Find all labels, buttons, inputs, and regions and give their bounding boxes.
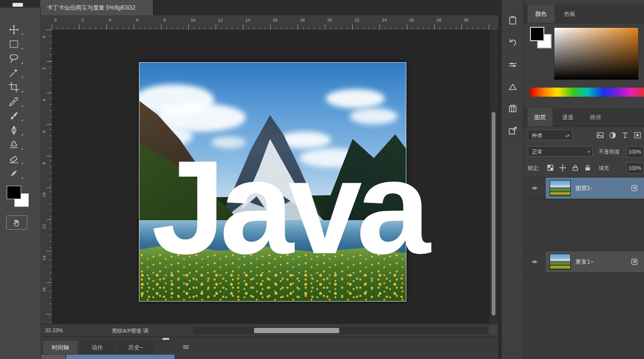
quick-action-button[interactable] <box>502 32 524 54</box>
opacity-label: 不透明度 <box>598 148 620 156</box>
lock-position-icon[interactable] <box>571 163 580 172</box>
layer-visibility-cell[interactable] <box>524 178 546 199</box>
tool-list <box>0 24 40 179</box>
layer-badge-icon[interactable] <box>630 184 639 192</box>
quick-action-button[interactable] <box>502 76 524 98</box>
kind-filter-select[interactable]: 种类 ▴▾ <box>528 130 573 140</box>
layer-row[interactable]: 重复1~ <box>524 251 644 273</box>
layers-list: 图层1-重复1~ <box>524 177 644 359</box>
tab-timeline[interactable]: 时间轴 <box>43 341 78 354</box>
eye-icon[interactable] <box>530 258 540 265</box>
ruler-number: 6 <box>136 18 138 22</box>
ruler-number: 12 <box>42 223 46 230</box>
panel-collapse-handle[interactable] <box>162 338 169 340</box>
tab-paths[interactable]: 路径 <box>583 108 608 126</box>
tab-actions[interactable]: 动作 <box>80 341 114 354</box>
tool-palette <box>0 8 41 359</box>
blend-opacity-row: 正常 ▾ 不透明度 100% <box>524 145 644 159</box>
canvas-viewport[interactable]: Java <box>52 30 490 324</box>
ruler-number: 14 <box>245 18 250 22</box>
blend-mode-select[interactable]: 正常 ▾ <box>528 146 593 157</box>
fill-label: 填充 <box>598 165 609 172</box>
ruler-number: 2 <box>81 18 84 22</box>
tab-swatches[interactable]: 色板 <box>556 5 583 23</box>
foreground-color-swatch[interactable] <box>7 186 21 199</box>
vertical-scrollbar[interactable] <box>490 30 497 324</box>
right-panel: 颜色色板 图层通道路径 种类 ▴▾ 正常 ▾ 不透明度 100% 锁定: 填充 … <box>523 0 644 359</box>
tab-channels[interactable]: 通道 <box>555 108 580 126</box>
layer-badge-icon[interactable] <box>630 258 639 266</box>
layer-row-body[interactable]: 图层1- <box>546 178 644 199</box>
move-tool[interactable] <box>8 24 20 35</box>
scrollbar-corner <box>490 326 496 334</box>
panel-menu-icon[interactable] <box>182 343 190 351</box>
quick-action-button[interactable] <box>502 120 524 142</box>
wand-tool[interactable] <box>8 67 20 79</box>
hand-tool-button[interactable] <box>6 215 27 230</box>
opacity-value[interactable]: 100% <box>626 146 644 157</box>
ruler-number: 16 <box>42 286 46 293</box>
document-tab-title: 卡丁卡仙伯商宝与显量 5%9gB3G2 <box>47 4 136 11</box>
hue-slider[interactable] <box>530 88 644 97</box>
eye-icon[interactable] <box>530 185 540 191</box>
stamp-tool[interactable] <box>8 139 20 150</box>
zoom-level[interactable]: 33.33% <box>45 327 63 333</box>
pen-tool[interactable] <box>8 124 20 136</box>
java-text-layer[interactable]: Java <box>151 141 425 274</box>
ruler-number: 10 <box>191 18 196 22</box>
horizontal-ruler[interactable]: 024681012141618202224262830 <box>52 15 498 30</box>
layer-row[interactable]: 图层1- <box>524 177 644 199</box>
eyedropper-tool[interactable] <box>8 96 20 107</box>
status-bar: 33.33% 图联A/P图签 调 <box>40 324 498 337</box>
layer-thumbnail[interactable] <box>550 254 571 270</box>
lock-all-icon[interactable] <box>583 163 592 172</box>
horizontal-scrollbar[interactable] <box>194 327 488 334</box>
quick-action-button[interactable] <box>502 10 524 32</box>
quick-action-button[interactable] <box>502 54 524 76</box>
toolbar-color-swatches <box>7 186 31 210</box>
layer-visibility-cell[interactable] <box>524 251 546 272</box>
layer-thumbnail[interactable] <box>550 180 571 196</box>
type-filter-icon[interactable] <box>621 131 630 140</box>
tab-color[interactable]: 颜色 <box>528 5 554 23</box>
ruler-number: 24 <box>382 18 387 22</box>
timeline-selected-bar[interactable] <box>66 355 174 359</box>
marquee-tool[interactable] <box>8 38 20 50</box>
lock-move-icon[interactable] <box>558 163 567 172</box>
vertical-ruler[interactable]: 0246810121416 <box>40 30 52 324</box>
eraser-tool[interactable] <box>8 153 20 165</box>
photo-editor-window: 卡丁卡仙伯商宝与显量 5%9gB3G2 02468101214161820222… <box>0 0 644 359</box>
layer-row-body[interactable]: 重复1~ <box>546 251 644 272</box>
crop-tool[interactable] <box>8 81 20 93</box>
lasso-tool[interactable] <box>8 53 20 64</box>
minimize-button[interactable] <box>12 3 23 7</box>
ruler-corner[interactable] <box>40 15 52 30</box>
home-icon <box>507 81 518 92</box>
lock-transparency-icon[interactable] <box>546 163 555 172</box>
brush-tool[interactable] <box>8 110 20 122</box>
adjustment-filter-icon[interactable] <box>608 131 617 140</box>
ruler-number: 14 <box>42 255 46 261</box>
tab-layers[interactable]: 图层 <box>528 108 552 126</box>
blend-mode-value: 正常 <box>532 149 542 155</box>
saturation-brightness-field[interactable] <box>554 27 639 80</box>
quick-action-button[interactable] <box>502 98 524 120</box>
smudge-tool[interactable] <box>8 168 20 179</box>
vertical-scrollbar-thumb[interactable] <box>492 112 495 315</box>
horizontal-scrollbar-thumb[interactable] <box>254 328 339 333</box>
timeline-header-cell <box>41 355 65 359</box>
document-tab[interactable]: 卡丁卡仙伯商宝与显量 5%9gB3G2 <box>40 0 153 15</box>
smart-filter-icon[interactable] <box>633 131 642 140</box>
panel-foreground-swatch[interactable] <box>530 27 544 41</box>
clipboard-icon <box>507 15 518 26</box>
library-icon <box>507 103 518 114</box>
tab-history[interactable]: 历史~ <box>117 341 154 354</box>
ruler-number: 26 <box>409 18 414 22</box>
lock-fill-row: 锁定: 填充 100% <box>524 161 644 175</box>
ruler-number: 28 <box>437 18 441 22</box>
image-filter-icon[interactable] <box>596 131 605 140</box>
fill-value[interactable]: 100% <box>626 162 644 174</box>
sliders-icon <box>507 59 518 70</box>
layer-filter-row: 种类 ▴▾ <box>524 128 644 143</box>
ruler-number: 12 <box>218 18 223 22</box>
